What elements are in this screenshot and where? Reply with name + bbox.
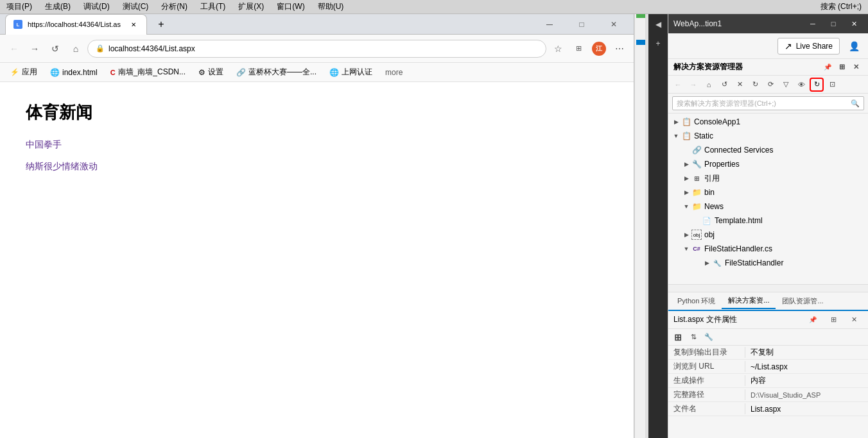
se-search-input[interactable]: 搜索解决方案资源管理器(Ctrl+;) 🔍 xyxy=(672,96,864,110)
se-home-btn[interactable]: ⌂ xyxy=(702,78,716,92)
auth-icon: 🌐 xyxy=(329,68,339,77)
browser-scrollbar[interactable] xyxy=(634,14,646,438)
prop-row-copy: 复制到输出目录 不复制 xyxy=(668,346,868,360)
tree-item-connected-services[interactable]: 🔗 Connected Services xyxy=(668,143,868,157)
prop-close-button[interactable]: ✕ xyxy=(845,313,863,327)
se-refresh-highlighted-btn[interactable]: ↻ xyxy=(810,78,824,92)
prop-grid-btn[interactable]: ⊞ xyxy=(671,330,685,344)
tree-item-bin[interactable]: ▶ 📁 bin xyxy=(668,185,868,199)
se-sync-btn[interactable]: ⟳ xyxy=(763,78,777,92)
bookmark-star-button[interactable]: ☆ xyxy=(549,40,567,58)
refresh-button[interactable]: ↺ xyxy=(46,40,64,58)
tree-label-connected-services: Connected Services xyxy=(704,146,773,155)
vs-strip-arrow-btn[interactable]: ◀ xyxy=(650,17,666,32)
vs-strip-plus-btn[interactable]: + xyxy=(650,36,666,51)
user-avatar-button[interactable]: 江 xyxy=(590,40,608,58)
address-input[interactable]: 🔒 localhost:44364/List.aspx xyxy=(87,40,546,58)
menu-item-debug[interactable]: 调试(D) xyxy=(80,1,114,12)
tree-item-static[interactable]: ▼ 📋 Static xyxy=(668,129,868,143)
forward-button[interactable]: → xyxy=(26,40,44,58)
home-button[interactable]: ⌂ xyxy=(67,40,85,58)
prop-row-fullpath: 完整路径 D:\Visual_Studio_ASP xyxy=(668,388,868,402)
bottom-tabs: Python 环境 解决方案资... 团队资源管... xyxy=(668,292,868,310)
tree-label-obj: obj xyxy=(704,230,715,239)
maximize-button[interactable]: □ xyxy=(567,14,596,35)
tree-icon-obj: obj xyxy=(691,230,702,240)
bookmarks-bar: ⚡ 应用 🌐 index.html C 南墙_南墙_CSDN... ⚙ 设置 🔗 xyxy=(0,63,634,82)
se-forward-btn[interactable]: → xyxy=(686,78,700,92)
bookmark-auth[interactable]: 🌐 上网认证 xyxy=(324,65,378,79)
bottom-tab-python[interactable]: Python 环境 xyxy=(671,294,722,308)
vs-titlebar: WebAp...tion1 ─ □ ✕ xyxy=(668,14,868,33)
collections-button[interactable]: ⊞ xyxy=(569,40,587,58)
tree-item-filestatichandlercs[interactable]: ▼ C# FileStaticHandler.cs xyxy=(668,242,868,256)
settings-button[interactable]: ⋯ xyxy=(611,40,629,58)
prop-sort-btn[interactable]: ⇅ xyxy=(686,330,700,344)
bookmark-settings[interactable]: ⚙ 设置 xyxy=(193,65,229,79)
back-button[interactable]: ← xyxy=(5,40,23,58)
tree-item-properties[interactable]: ▶ 🔧 Properties xyxy=(668,157,868,171)
news-link-2[interactable]: 纳斯很少情绪激动 xyxy=(26,161,608,173)
live-share-profile-button[interactable]: 👤 xyxy=(845,39,863,53)
vs-minimize-button[interactable]: ─ xyxy=(804,17,822,31)
bookmark-indexhtml[interactable]: 🌐 index.html xyxy=(45,67,103,78)
tree-arrow-bin: ▶ xyxy=(681,187,691,198)
vs-close-button[interactable]: ✕ xyxy=(845,17,863,31)
tree-label-bin: bin xyxy=(704,188,715,197)
se-dock-button[interactable]: ⊞ xyxy=(835,60,849,74)
tree-item-templatehtml[interactable]: 📄 Template.html xyxy=(668,214,868,228)
se-refresh1-btn[interactable]: ↺ xyxy=(717,78,731,92)
se-filter-btn[interactable]: ▽ xyxy=(779,78,793,92)
menu-item-tools[interactable]: 工具(T) xyxy=(196,1,229,12)
menu-item-help[interactable]: 帮助(U) xyxy=(314,1,348,12)
properties-panel: List.aspx 文件属性 📌 ⊞ ✕ ⊞ ⇅ 🔧 复制到输出目录 不复制 xyxy=(668,310,868,438)
tree-hscrollbar[interactable] xyxy=(668,284,868,292)
se-close-button[interactable]: ✕ xyxy=(849,60,863,74)
tree-arrow-obj: ▶ xyxy=(681,230,691,240)
menu-item-project[interactable]: 项目(P) xyxy=(3,1,36,12)
tree-arrow-properties: ▶ xyxy=(681,159,691,169)
bottom-tab-team[interactable]: 团队资源管... xyxy=(776,294,829,308)
bookmark-lanqiao[interactable]: 🔗 蓝桥杯大赛——全... xyxy=(231,65,322,79)
tree-item-consoleapp1[interactable]: ▶ 📋 ConsoleApp1 xyxy=(668,115,868,129)
tab-title: https://localhost:44364/List.as xyxy=(28,21,121,28)
live-share-button[interactable]: ↗ Live Share xyxy=(777,38,840,55)
prop-val-fullpath: D:\Visual_Studio_ASP xyxy=(745,391,868,399)
tab-close-button[interactable]: ✕ xyxy=(128,19,139,29)
prop-pin-button[interactable]: 📌 xyxy=(804,313,822,327)
prop-filter-btn[interactable]: 🔧 xyxy=(702,330,716,344)
close-button[interactable]: ✕ xyxy=(599,14,629,35)
bookmarks-more-button[interactable]: more xyxy=(380,67,408,78)
bookmark-apps[interactable]: ⚡ 应用 xyxy=(5,65,42,79)
menu-item-build[interactable]: 生成(B) xyxy=(41,1,74,12)
se-pin-button[interactable]: 📌 xyxy=(820,60,835,74)
minimize-button[interactable]: ─ xyxy=(535,14,564,35)
tree-item-filestatichandler[interactable]: ▶ 🔧 FileStaticHandler xyxy=(668,256,868,270)
se-stop-btn[interactable]: ✕ xyxy=(733,78,747,92)
se-showall-btn[interactable]: 👁 xyxy=(794,78,808,92)
se-copy-btn[interactable]: ⊡ xyxy=(825,78,839,92)
menu-item-test[interactable]: 测试(C) xyxy=(119,1,153,12)
url-text: localhost:44364/List.aspx xyxy=(108,44,538,53)
prop-row-url: 浏览到 URL ~/List.aspx xyxy=(668,360,868,374)
properties-title: List.aspx 文件属性 xyxy=(673,314,801,325)
bottom-tab-solution[interactable]: 解决方案资... xyxy=(722,293,776,309)
se-refresh2-btn[interactable]: ↻ xyxy=(748,78,762,92)
tree-item-news[interactable]: ▼ 📁 News xyxy=(668,199,868,214)
prop-dock-button[interactable]: ⊞ xyxy=(824,313,842,327)
tree-icon-bin: 📁 xyxy=(691,187,702,198)
tree-item-obj[interactable]: ▶ obj obj xyxy=(668,228,868,242)
menu-item-window[interactable]: 窗口(W) xyxy=(273,1,308,12)
se-back-btn[interactable]: ← xyxy=(671,78,685,92)
bookmark-csdn[interactable]: C 南墙_南墙_CSDN... xyxy=(105,65,191,79)
vs-maximize-button[interactable]: □ xyxy=(824,17,842,31)
tree-item-references[interactable]: ▶ ⊞ 引用 xyxy=(668,171,868,185)
menu-item-analyze[interactable]: 分析(N) xyxy=(157,1,191,12)
menu-search[interactable]: 搜索 (Ctrl+;) xyxy=(817,1,865,12)
browser-tab[interactable]: L https://localhost:44364/List.as ✕ xyxy=(5,14,147,35)
page-title: 体育新闻 xyxy=(26,101,608,124)
new-tab-button[interactable]: + xyxy=(152,15,170,33)
tree-label-news: News xyxy=(704,202,724,211)
news-link-1[interactable]: 中国拳手 xyxy=(26,139,608,151)
menu-item-extensions[interactable]: 扩展(X) xyxy=(234,1,268,12)
